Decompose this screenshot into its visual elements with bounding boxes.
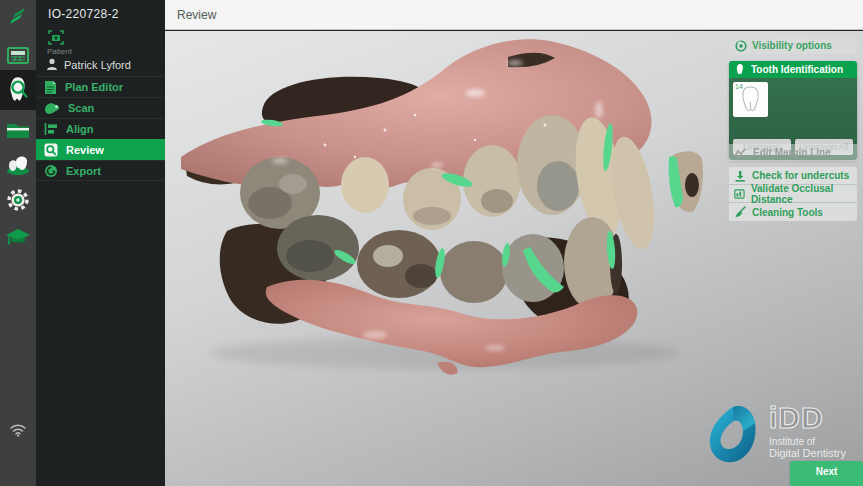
menu-item-align[interactable]: Align (36, 118, 165, 139)
idd-logo-icon (703, 403, 767, 469)
medit-logo-icon (0, 0, 36, 36)
undercuts-icon (734, 170, 746, 182)
visibility-icon (735, 40, 747, 52)
tool-label: Check for undercuts (752, 170, 849, 181)
export-icon (44, 164, 58, 178)
visibility-options-label: Visibility options (752, 40, 832, 51)
edit-margin-line-button[interactable]: Edit Margin Line (729, 144, 857, 161)
workflow-menu: Plan Editor Scan Align Review Export (36, 76, 165, 181)
case-sidebar: IO-220728-2 Patient Patrick Lyford Plan … (36, 0, 165, 486)
gear-icon[interactable] (0, 182, 36, 218)
tool-label: Validate Occlusal Distance (751, 183, 857, 205)
menu-item-scan[interactable]: Scan (36, 97, 165, 118)
margin-line-icon (734, 147, 747, 158)
tools-group: Check for undercuts Validate Occlusal Di… (729, 167, 857, 221)
app-rail (0, 0, 36, 486)
menu-item-export[interactable]: Export (36, 160, 165, 181)
case-id: IO-220728-2 (48, 7, 119, 21)
patient-name: Patrick Lyford (64, 59, 131, 71)
app-window: IO-220728-2 Patient Patrick Lyford Plan … (0, 0, 863, 486)
menu-label: Align (66, 123, 94, 135)
align-icon (44, 122, 58, 136)
3d-dental-scan[interactable] (175, 35, 711, 375)
patient-label: Patient (47, 47, 72, 56)
wifi-icon (0, 412, 36, 448)
idd-acronym: iDD (769, 401, 846, 435)
next-button[interactable]: Next (790, 461, 863, 486)
menu-label: Export (66, 165, 101, 177)
tooth-outline-icon (733, 82, 768, 117)
teeth-icon[interactable] (0, 146, 36, 182)
tooth-search-icon[interactable] (0, 70, 36, 110)
magnifier-icon (44, 143, 58, 157)
tooth-identification-header: Tooth Identification (729, 61, 857, 78)
document-icon (44, 80, 57, 95)
idd-name-line1: Institute of (769, 436, 846, 447)
topbar: Review (165, 0, 863, 30)
folder-icon[interactable] (0, 112, 36, 148)
graduation-cap-icon[interactable] (0, 219, 36, 255)
menu-label: Scan (68, 102, 94, 114)
page-title: Review (177, 8, 216, 22)
menu-item-review[interactable]: Review (36, 139, 165, 160)
tool-label: Cleaning Tools (752, 207, 823, 218)
3d-viewport[interactable]: Visibility options Tooth Identification … (165, 31, 863, 486)
menu-label: Plan Editor (65, 81, 123, 93)
visibility-options-button[interactable]: Visibility options (729, 37, 857, 54)
cleaning-tools-button[interactable]: Cleaning Tools (729, 203, 857, 221)
screenshot-icon[interactable] (46, 28, 66, 46)
tooth-icon (734, 63, 746, 76)
tooth-identification-title: Tooth Identification (751, 64, 843, 75)
broom-icon (734, 206, 746, 218)
menu-item-plan-editor[interactable]: Plan Editor (36, 76, 165, 97)
menu-label: Review (66, 144, 104, 156)
idd-name-line2: Digital Dentistry (769, 447, 846, 459)
edit-margin-line-label: Edit Margin Line (753, 147, 831, 158)
validate-occlusal-distance-button[interactable]: Validate Occlusal Distance (729, 185, 857, 203)
scanner-icon (44, 101, 60, 115)
tooth-thumbnail[interactable]: 14 (733, 82, 768, 117)
occlusal-distance-icon (734, 188, 745, 200)
person-icon (46, 58, 58, 71)
monitor-icon[interactable] (0, 38, 36, 74)
patient-row: Patrick Lyford (46, 58, 131, 71)
